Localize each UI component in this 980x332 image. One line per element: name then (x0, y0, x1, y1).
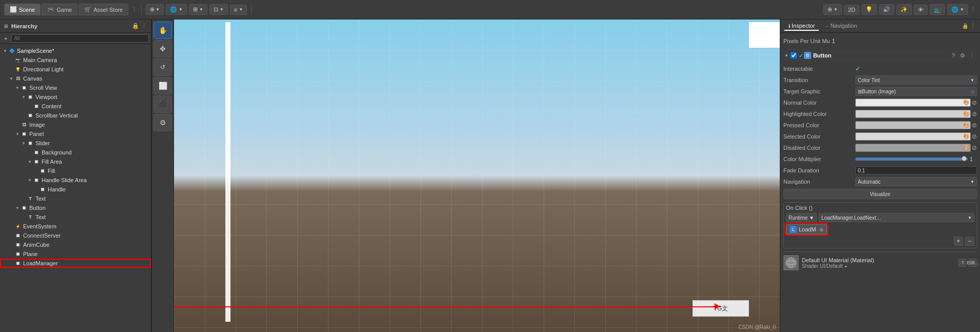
tree-item-canvas[interactable]: ▼ 🖼 Canvas (0, 74, 151, 83)
tree-item-viewport[interactable]: ▼ 🔲 Viewport (0, 92, 151, 102)
navigation-dropdown[interactable]: Automatic ▼ (855, 177, 977, 186)
component-dots-btn[interactable]: ⋮ (968, 51, 976, 60)
fade-duration-input[interactable] (855, 166, 977, 174)
tree-label-text1: Text (35, 196, 46, 202)
tree-item-maincamera[interactable]: 📷 Main Camera (0, 55, 151, 65)
selected-color-swatch[interactable]: 🎨 (855, 132, 971, 141)
tree-item-dirlight[interactable]: 💡 Directional Light (0, 65, 151, 74)
tree-item-text1[interactable]: T Text (0, 194, 151, 203)
toolbar-fx-btn[interactable]: ✨ (896, 4, 912, 15)
navigation-row: Navigation Automatic ▼ (783, 177, 977, 187)
color-multiplier-slider[interactable] (855, 158, 968, 161)
toolbar-snap-group[interactable]: ⊡ ▼ (209, 4, 228, 15)
toolbar-scene-vis-btn[interactable]: 👁 (914, 5, 928, 15)
tree-item-text2[interactable]: T Text (0, 212, 151, 222)
move-tool-btn[interactable]: ✥ (153, 40, 172, 57)
tree-label-handle: Handle (48, 186, 66, 192)
target-graphic-dropdown[interactable]: ⊞Button (Image) ⊙ (855, 87, 977, 96)
toolbar-global-group[interactable]: 🌐 ▼ (166, 4, 187, 15)
onclick-remove-btn[interactable]: − (965, 237, 974, 246)
toolbar-grid-group[interactable]: ⊞ ▼ (189, 4, 207, 15)
scale-tool-btn[interactable]: ⬜ (153, 77, 172, 94)
scene-view[interactable]: ✳ TG文 CSDN @Raki_0 (174, 19, 780, 332)
tree-icon-fill: 🔲 (39, 167, 46, 174)
tree-item-scrollbar[interactable]: 🔲 Scrollbar Vertical (0, 111, 151, 120)
tab-scene[interactable]: ⬜ Scene (4, 4, 41, 15)
tree-item-button[interactable]: ▼ 🔲 Button (0, 203, 151, 212)
tab-asset-store-label: Asset Store (93, 7, 123, 13)
hierarchy-search[interactable] (11, 34, 149, 43)
material-edit-btn[interactable]: Edit... (969, 259, 977, 267)
tree-arrow-viewport: ▼ (21, 95, 27, 100)
tree-item-slider[interactable]: ▼ 🔲 Slider (0, 139, 151, 148)
loadm-box[interactable]: L LoadM ⊗ (786, 224, 827, 235)
rect-tool-btn[interactable]: ⬛ (153, 95, 172, 113)
highlighted-color-swatch[interactable]: 🎨 (855, 110, 971, 118)
normal-color-dropper[interactable]: ⊘ (972, 99, 977, 106)
disabled-color-dropper[interactable]: ⊘ (972, 144, 977, 151)
tree-item-connectserver[interactable]: 🔲 ConnectServer (0, 231, 151, 240)
component-enabled-checkbox[interactable] (791, 52, 797, 58)
transform-tool-btn[interactable]: ⚙ (153, 114, 172, 131)
visualize-btn[interactable]: Visualize (783, 189, 977, 199)
tree-item-background[interactable]: 🔲 Background (0, 148, 151, 157)
pressed-color-dropper[interactable]: ⊘ (972, 122, 977, 129)
tree-item-fillarea[interactable]: ▼ 🔲 Fill Area (0, 157, 151, 166)
normal-color-swatch[interactable]: 🎨 (855, 99, 971, 107)
transition-dropdown[interactable]: Color Tint ▼ (855, 75, 977, 85)
func-dropdown[interactable]: LoadManager.LoadNextL... ▼ (819, 213, 974, 222)
runtime-label: Runtime ▼ (789, 215, 814, 221)
navigation-dropdown-arrow: ▼ (970, 180, 974, 184)
expand-arrow: ▼ (784, 53, 789, 58)
color-multiplier-thumb[interactable] (962, 156, 967, 161)
inspector-dots-icon[interactable]: ⋮ (970, 23, 976, 29)
toolbar-2d-btn[interactable]: 2D (844, 5, 859, 15)
runtime-dropdown[interactable]: Runtime ▼ (786, 213, 817, 222)
component-help-btn[interactable]: ? (949, 51, 957, 60)
toolbar-gizmos-group[interactable]: ⊕ ▼ (823, 4, 842, 15)
pressed-color-swatch[interactable]: 🎨 (855, 121, 971, 129)
tree-item-content[interactable]: 🔲 Content (0, 102, 151, 111)
tree-item-plane[interactable]: 🔲 Plane (0, 249, 151, 259)
onclick-add-btn[interactable]: + (954, 237, 963, 246)
scene-button-element[interactable]: TG文 (693, 300, 749, 317)
tree-item-scrollview[interactable]: ▼ 🔲 Scroll View (0, 83, 151, 92)
tab-asset-store[interactable]: 🛒 Asset Store (79, 4, 128, 15)
tree-item-loadmanager[interactable]: 🔲 LoadManager (0, 259, 151, 268)
hierarchy-lock-icon[interactable]: 🔒 (132, 23, 139, 29)
pivot-btn[interactable]: ⊕ (150, 6, 155, 13)
rotate-tool-btn[interactable]: ↺ (153, 58, 172, 76)
tree-item-image[interactable]: 🖼 Image (0, 120, 151, 129)
material-help-btn[interactable]: ? (958, 259, 967, 267)
tab-navigation[interactable]: → Navigation (820, 22, 861, 31)
loadm-close-icon[interactable]: ⊗ (819, 227, 823, 232)
disabled-color-swatch[interactable]: 🎨 (855, 144, 971, 152)
normal-color-value: 🎨 ⊘ (855, 99, 977, 107)
selected-color-dropper[interactable]: ⊘ (972, 133, 977, 140)
toolbar-audio-btn[interactable]: 🔊 (879, 4, 894, 15)
toolbar-transform-group[interactable]: ⊕ ▼ (146, 4, 164, 15)
tree-item-samplescene[interactable]: ▼ 🔷 SampleScene* (0, 46, 151, 55)
tree-item-fill[interactable]: 🔲 Fill (0, 166, 151, 175)
tree-item-handleslidearea[interactable]: ▼ 🔲 Handle Slide Area (0, 175, 151, 185)
runtime-row: Runtime ▼ LoadManager.LoadNextL... ▼ (786, 213, 974, 222)
tree-item-handle[interactable]: 🔲 Handle (0, 185, 151, 194)
tab-bar-dots[interactable]: ⋮ (131, 6, 137, 13)
toolbar-layers-group[interactable]: ≡ ▼ (230, 5, 247, 15)
highlighted-color-dropper[interactable]: ⊘ (972, 110, 977, 118)
button-component-header[interactable]: ▼ ✓ B Button ? ⚙ ⋮ (783, 49, 977, 62)
toolbar-layers-vis-btn[interactable]: 📺 (930, 4, 945, 15)
inspector-lock-icon[interactable]: 🔒 (962, 23, 968, 29)
toolbar-light-btn[interactable]: 💡 (861, 4, 877, 15)
hand-tool-btn[interactable]: ✋ (153, 22, 172, 39)
material-edit-label: Edit... (967, 260, 979, 265)
add-hierarchy-btn[interactable]: + (2, 35, 9, 42)
tree-item-panel[interactable]: ▼ 🔲 Panel (0, 129, 151, 139)
hierarchy-dots-icon[interactable]: ⋮ (141, 23, 147, 29)
tab-inspector[interactable]: ℹ Inspector (784, 22, 819, 31)
component-settings-btn[interactable]: ⚙ (958, 51, 967, 60)
toolbar-cam-btn[interactable]: 🌐 ▼ (947, 4, 968, 15)
tree-item-animcube[interactable]: 🔲 AnimCube (0, 240, 151, 249)
tab-game[interactable]: 🎮 Game (42, 4, 78, 15)
tree-item-eventsystem[interactable]: ⚡ EventSystem (0, 222, 151, 231)
